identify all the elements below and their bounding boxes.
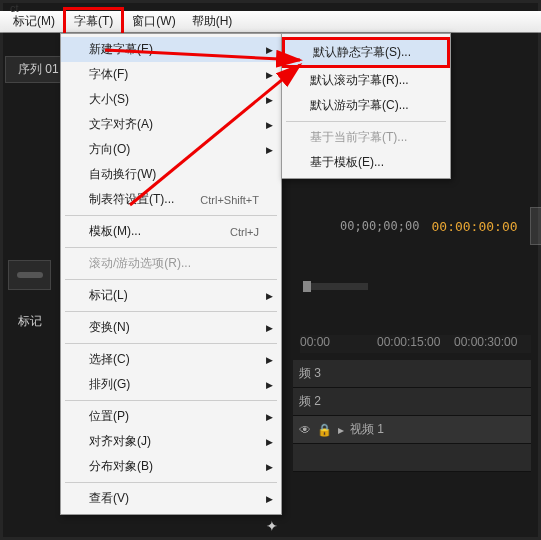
submenu-item[interactable]: 基于模板(E)...	[282, 150, 450, 175]
submenu-item[interactable]: 默认游动字幕(C)...	[282, 93, 450, 118]
chevron-down-icon[interactable]: ▸	[338, 423, 344, 437]
menu-item[interactable]: 变换(N)▶	[61, 315, 281, 340]
menu-item-label: 文字对齐(A)	[89, 116, 153, 133]
menu-item[interactable]: 模板(M)...Ctrl+J	[61, 219, 281, 244]
menu-item[interactable]: 查看(V)▶	[61, 486, 281, 511]
submenu-item-label: 默认静态字幕(S)...	[313, 44, 411, 61]
chevron-right-icon: ▶	[266, 120, 273, 130]
submenu-item: 基于当前字幕(T)...	[282, 125, 450, 150]
menu-item[interactable]: 标记(L)▶	[61, 283, 281, 308]
chevron-right-icon: ▶	[266, 494, 273, 504]
menu-item[interactable]: 对齐对象(J)▶	[61, 429, 281, 454]
menu-separator	[65, 311, 277, 312]
menu-item[interactable]: 新建字幕(E)▶	[61, 37, 281, 62]
menu-item-label: 方向(O)	[89, 141, 130, 158]
submenu-item-label: 基于模板(E)...	[310, 154, 384, 171]
track-label: 视频 1	[350, 421, 384, 438]
menu-item[interactable]: 字体(F)▶	[61, 62, 281, 87]
track-row[interactable]: 频 3	[293, 360, 531, 388]
menu-item[interactable]: 制表符设置(T)...Ctrl+Shift+T	[61, 187, 281, 212]
menu-item-label: 模板(M)...	[89, 223, 141, 240]
menu-item-label: 自动换行(W)	[89, 166, 156, 183]
track-row[interactable]: 频 2	[293, 388, 531, 416]
menu-item-label: 分布对象(B)	[89, 458, 153, 475]
ruler-tick: 00:00:15:00	[377, 335, 454, 353]
chevron-right-icon: ▶	[266, 412, 273, 422]
menu-separator	[286, 121, 446, 122]
track-row[interactable]: 👁 🔒 ▸ 视频 1	[293, 416, 531, 444]
eye-icon[interactable]: 👁	[299, 423, 311, 437]
menu-item[interactable]: 文字对齐(A)▶	[61, 112, 281, 137]
timecode-program[interactable]: 00:00:00:00	[431, 219, 517, 234]
chevron-right-icon: ▶	[266, 355, 273, 365]
timecode-source: 00;00;00;00	[340, 219, 419, 233]
menu-separator	[65, 215, 277, 216]
menu-item-label: 大小(S)	[89, 91, 129, 108]
menu-item-label: 选择(C)	[89, 351, 130, 368]
timecode-area: 00;00;00;00 00:00:00:00 适合	[340, 207, 541, 245]
menu-title[interactable]: 字幕(T)	[63, 7, 124, 36]
menu-item[interactable]: 位置(P)▶	[61, 404, 281, 429]
submenu-item-label: 基于当前字幕(T)...	[310, 129, 407, 146]
chevron-right-icon: ▶	[266, 95, 273, 105]
chevron-right-icon: ▶	[266, 45, 273, 55]
zoom-fit-button[interactable]: 适合	[530, 207, 541, 245]
menu-item-label: 查看(V)	[89, 490, 129, 507]
timeline-tracks: 频 3 频 2 👁 🔒 ▸ 视频 1	[293, 360, 531, 472]
menu-item[interactable]: 自动换行(W)	[61, 162, 281, 187]
menubar: ct 标记(M) 字幕(T) 窗口(W) 帮助(H)	[0, 11, 541, 33]
menu-item[interactable]: 选择(C)▶	[61, 347, 281, 372]
ruler-tick: 00:00	[300, 335, 377, 353]
menu-item-label: 标记(L)	[89, 287, 128, 304]
chevron-right-icon: ▶	[266, 145, 273, 155]
opacity-slider[interactable]	[8, 260, 51, 290]
app-title: ct	[10, 2, 19, 14]
menu-item-label: 位置(P)	[89, 408, 129, 425]
menu-separator	[65, 247, 277, 248]
menu-separator	[65, 343, 277, 344]
track-row[interactable]	[293, 444, 531, 472]
menu-separator	[65, 279, 277, 280]
menu-item-label: 排列(G)	[89, 376, 130, 393]
timeline-zoom-slider[interactable]	[303, 283, 368, 290]
ruler-tick: 00:00:30:00	[454, 335, 531, 353]
chevron-right-icon: ▶	[266, 462, 273, 472]
menu-separator	[65, 400, 277, 401]
menu-item-label: 对齐对象(J)	[89, 433, 151, 450]
new-title-submenu: 默认静态字幕(S)...默认滚动字幕(R)...默认游动字幕(C)...基于当前…	[281, 33, 451, 179]
menu-item[interactable]: 分布对象(B)▶	[61, 454, 281, 479]
menu-item-label: 滚动/游动选项(R)...	[89, 255, 191, 272]
menu-item[interactable]: 大小(S)▶	[61, 87, 281, 112]
submenu-item[interactable]: 默认滚动字幕(R)...	[282, 68, 450, 93]
chevron-right-icon: ▶	[266, 291, 273, 301]
title-dropdown: 新建字幕(E)▶字体(F)▶大小(S)▶文字对齐(A)▶方向(O)▶自动换行(W…	[60, 33, 282, 515]
menu-item-label: 制表符设置(T)...	[89, 191, 174, 208]
menu-item-label: 新建字幕(E)	[89, 41, 153, 58]
menu-item-label: 变换(N)	[89, 319, 130, 336]
menu-separator	[65, 482, 277, 483]
menu-item-label: 字体(F)	[89, 66, 128, 83]
menu-item[interactable]: 排列(G)▶	[61, 372, 281, 397]
submenu-item-label: 默认游动字幕(C)...	[310, 97, 409, 114]
chevron-right-icon: ▶	[266, 437, 273, 447]
track-label: 频 3	[299, 365, 321, 382]
wand-tool-icon[interactable]: ✦	[262, 516, 282, 536]
marker-panel-label: 标记	[18, 313, 42, 330]
menu-window[interactable]: 窗口(W)	[124, 10, 183, 33]
submenu-item[interactable]: 默认静态字幕(S)...	[282, 37, 450, 68]
sequence-tab-label: 序列 01	[18, 62, 59, 76]
chevron-right-icon: ▶	[266, 70, 273, 80]
submenu-item-label: 默认滚动字幕(R)...	[310, 72, 409, 89]
timeline-ruler[interactable]: 00:00 00:00:15:00 00:00:30:00	[300, 335, 531, 353]
menu-shortcut: Ctrl+J	[230, 226, 259, 238]
chevron-right-icon: ▶	[266, 380, 273, 390]
menu-help[interactable]: 帮助(H)	[184, 10, 241, 33]
lock-icon[interactable]: 🔒	[317, 423, 332, 437]
menu-shortcut: Ctrl+Shift+T	[200, 194, 259, 206]
menu-item: 滚动/游动选项(R)...	[61, 251, 281, 276]
menu-item[interactable]: 方向(O)▶	[61, 137, 281, 162]
track-label: 频 2	[299, 393, 321, 410]
chevron-right-icon: ▶	[266, 323, 273, 333]
